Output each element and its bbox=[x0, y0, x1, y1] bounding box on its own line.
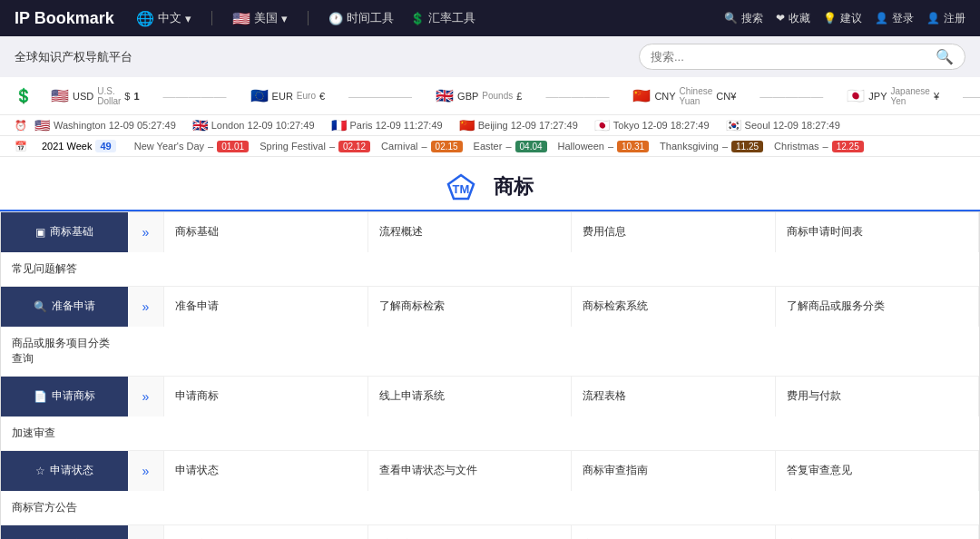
menu-cell-apply-trademark-0[interactable]: 申请商标 bbox=[164, 377, 368, 416]
gbp-flag: 🇬🇧 bbox=[436, 87, 454, 104]
currency-icon: 💲 bbox=[15, 87, 33, 104]
nav-currency-tool[interactable]: 💲 汇率工具 bbox=[410, 10, 475, 26]
cat-label: 申请商标 bbox=[52, 388, 95, 404]
user-icon: 👤 bbox=[875, 12, 888, 24]
tokyo-time: Tokyo 12-09 18:27:49 bbox=[613, 120, 710, 131]
search-nav-item[interactable]: 🔍 搜索 bbox=[724, 11, 763, 26]
trademark-menu-table: ▣商标基础»商标基础流程概述费用信息商标申请时间表常见问题解答🔍准备申请»准备申… bbox=[0, 211, 980, 539]
holiday-thanksgiving: Thanksgiving – 11.25 bbox=[660, 141, 763, 152]
nav-divider-1 bbox=[211, 11, 212, 25]
jpy-flag: 🇯🇵 bbox=[847, 87, 865, 104]
usd-value: 1 bbox=[133, 91, 139, 102]
usd-symbol: $ bbox=[124, 91, 130, 102]
christmas-label: Christmas bbox=[774, 141, 819, 152]
cat-icon: 🔍 bbox=[34, 300, 47, 313]
category-apply-status[interactable]: ☆申请状态 bbox=[1, 451, 128, 491]
thanksgiving-label: Thanksgiving bbox=[660, 141, 719, 152]
menu-cell-apply-status-3[interactable]: 答复审查意见 bbox=[776, 451, 980, 491]
trademark-row-apply-trademark: 📄申请商标»申请商标线上申请系统流程表格费用与付款加速审查 bbox=[1, 377, 979, 451]
menu-cell-trademark-basics-1[interactable]: 流程概述 bbox=[368, 212, 573, 252]
carnival-label: Carnival bbox=[381, 141, 417, 152]
heart-icon: ❤ bbox=[776, 12, 785, 24]
favorites-nav-item[interactable]: ❤ 收藏 bbox=[776, 11, 810, 26]
halloween-date: 10.31 bbox=[617, 141, 649, 152]
newyear-date: 01.01 bbox=[217, 141, 249, 152]
london-time: London 12-09 10:27:49 bbox=[211, 120, 315, 131]
trademark-section-icon: TM bbox=[446, 172, 488, 200]
search-bar-section: 全球知识产权导航平台 🔍 bbox=[0, 36, 980, 77]
curr-div-3: ————— bbox=[545, 89, 609, 103]
jpy-code: JPY bbox=[868, 91, 887, 102]
halloween-label: Halloween bbox=[558, 141, 604, 152]
cat-icon: ▣ bbox=[35, 226, 45, 239]
category-trademark-basics[interactable]: ▣商标基础 bbox=[1, 212, 128, 252]
nav-language-en[interactable]: 🇺🇸 美国 ▾ bbox=[232, 10, 288, 27]
cny-name: Chinese Yuan bbox=[680, 86, 713, 106]
currency-cny: 🇨🇳 CNY Chinese Yuan CN¥ bbox=[632, 86, 736, 106]
trademark-row-manage-trademark: ⚙管理商标»管理商标维持注册商标修正商标转让商标争议 bbox=[1, 525, 979, 539]
chevron-right-icon: » bbox=[142, 464, 150, 478]
holiday-christmas: Christmas – 12.25 bbox=[774, 141, 864, 152]
menu-cell-prepare-apply-3[interactable]: 了解商品或服务分类 bbox=[776, 287, 980, 327]
category-manage-trademark[interactable]: ⚙管理商标 bbox=[1, 525, 128, 539]
user-plus-icon: 👤 bbox=[926, 12, 940, 24]
login-nav-item[interactable]: 👤 登录 bbox=[875, 11, 914, 26]
week-number: 49 bbox=[95, 140, 115, 152]
menu-cell-prepare-apply-1[interactable]: 了解商标检索 bbox=[368, 287, 573, 327]
category-apply-trademark[interactable]: 📄申请商标 bbox=[1, 377, 128, 416]
menu-cell-manage-trademark-0[interactable]: 管理商标 bbox=[164, 525, 368, 539]
holiday-halloween: Halloween – 10.31 bbox=[558, 141, 650, 152]
nav-items: 🌐 中文 ▾ 🇺🇸 美国 ▾ 🕐 时间工具 💲 汇率工具 bbox=[136, 10, 724, 27]
cat-icon: 📄 bbox=[34, 390, 47, 403]
cn-time-flag: 🇨🇳 bbox=[459, 118, 475, 132]
platform-subtitle: 全球知识产权导航平台 bbox=[15, 49, 132, 65]
cny-flag: 🇨🇳 bbox=[632, 87, 651, 104]
suggest-nav-item[interactable]: 💡 建议 bbox=[823, 11, 862, 26]
search-input[interactable] bbox=[651, 50, 936, 64]
menu-cell-manage-trademark-2[interactable]: 商标修正 bbox=[572, 525, 776, 539]
holiday-spring-festival: Spring Festival – 02.12 bbox=[260, 141, 370, 152]
menu-cell-apply-trademark-1[interactable]: 线上申请系统 bbox=[368, 377, 573, 416]
menu-cell-prepare-apply-4[interactable]: 商品或服务项目分类查询 bbox=[1, 327, 128, 376]
eur-name: Euro bbox=[297, 91, 316, 101]
currency-eur: 🇪🇺 EUR Euro € bbox=[250, 87, 325, 104]
nav-language-cn[interactable]: 🌐 中文 ▾ bbox=[136, 10, 191, 27]
menu-cell-apply-status-2[interactable]: 商标审查指南 bbox=[572, 451, 776, 491]
register-nav-item[interactable]: 👤 注册 bbox=[926, 11, 965, 26]
svg-text:TM: TM bbox=[453, 182, 470, 196]
menu-cell-manage-trademark-1[interactable]: 维持注册 bbox=[368, 525, 573, 539]
time-seoul: 🇰🇷 Seoul 12-09 18:27:49 bbox=[726, 118, 840, 132]
newyear-label: New Year's Day bbox=[134, 141, 204, 152]
menu-cell-apply-trademark-3[interactable]: 费用与付款 bbox=[776, 377, 980, 416]
christmas-date: 12.25 bbox=[832, 141, 864, 152]
holiday-newyear: New Year's Day – 01.01 bbox=[134, 141, 249, 152]
menu-cell-trademark-basics-4[interactable]: 常见问题解答 bbox=[1, 252, 128, 286]
washington-time: Washington 12-09 05:27:49 bbox=[54, 120, 176, 131]
menu-cell-prepare-apply-2[interactable]: 商标检索系统 bbox=[572, 287, 776, 327]
menu-cell-apply-trademark-4[interactable]: 加速审查 bbox=[1, 416, 128, 450]
curr-div-4: ————— bbox=[760, 89, 823, 103]
nav-time-tool[interactable]: 🕐 时间工具 bbox=[328, 10, 394, 26]
nav-right: 🔍 搜索 ❤ 收藏 💡 建议 👤 登录 👤 注册 bbox=[724, 11, 965, 26]
arrow-apply-trademark: » bbox=[128, 377, 164, 416]
menu-cell-trademark-basics-0[interactable]: 商标基础 bbox=[164, 212, 368, 252]
menu-cell-trademark-basics-2[interactable]: 费用信息 bbox=[572, 212, 776, 252]
chevron-right-icon: » bbox=[142, 299, 150, 314]
menu-cell-apply-status-1[interactable]: 查看申请状态与文件 bbox=[368, 451, 573, 491]
carnival-date: 02.15 bbox=[431, 141, 463, 152]
time-beijing: 🇨🇳 Beijing 12-09 17:27:49 bbox=[459, 118, 578, 132]
jp-time-flag: 🇯🇵 bbox=[594, 118, 610, 132]
curr-div-5: ————— bbox=[963, 89, 980, 103]
time-bar: ⏰ 🇺🇸 Washington 12-09 05:27:49 🇬🇧 London… bbox=[0, 115, 980, 136]
category-prepare-apply[interactable]: 🔍准备申请 bbox=[1, 287, 128, 327]
menu-cell-prepare-apply-0[interactable]: 准备申请 bbox=[164, 287, 368, 327]
menu-cell-trademark-basics-3[interactable]: 商标申请时间表 bbox=[776, 212, 980, 252]
arrow-prepare-apply: » bbox=[128, 287, 164, 327]
menu-cell-apply-trademark-2[interactable]: 流程表格 bbox=[572, 377, 776, 416]
menu-cell-apply-status-0[interactable]: 申请状态 bbox=[164, 451, 368, 491]
menu-cell-manage-trademark-3[interactable]: 商标转让 bbox=[776, 525, 980, 539]
week-label: 2021 Week bbox=[42, 141, 92, 152]
search-submit-button[interactable]: 🔍 bbox=[936, 48, 954, 65]
menu-cell-apply-status-4[interactable]: 商标官方公告 bbox=[1, 491, 128, 524]
spring-festival-date: 02.12 bbox=[338, 141, 370, 152]
